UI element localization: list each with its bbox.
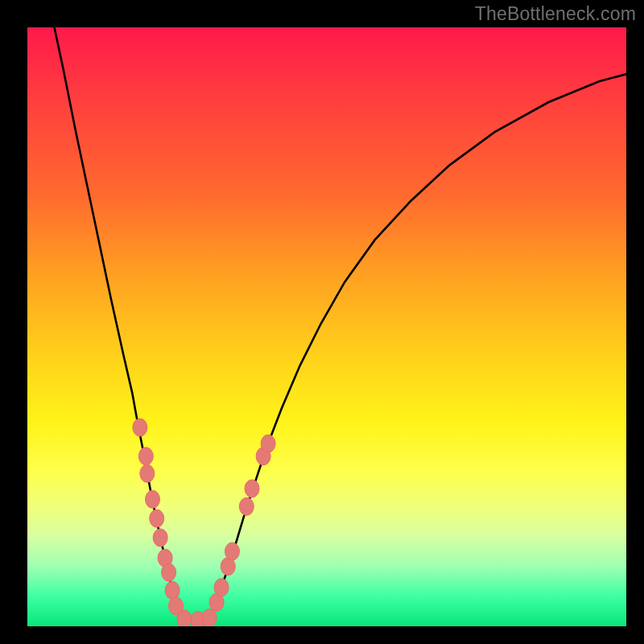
data-point-marker — [153, 529, 167, 547]
data-point-marker — [133, 419, 147, 436]
right-curve — [207, 74, 626, 621]
data-point-marker — [162, 564, 176, 581]
data-point-marker — [214, 579, 229, 597]
source-attribution: TheBottleneck.com — [475, 3, 636, 25]
data-point-marker — [202, 609, 217, 626]
data-point-marker — [150, 510, 164, 527]
data-point-marker — [165, 581, 180, 599]
curves-layer — [27, 27, 626, 626]
data-point-marker — [146, 490, 160, 508]
left-curve — [54, 27, 188, 621]
chart-stage: TheBottleneck.com — [0, 0, 644, 644]
data-point-marker — [239, 497, 254, 515]
data-point-marker — [225, 543, 239, 560]
data-point-marker — [177, 610, 192, 626]
data-point-marker — [245, 480, 259, 497]
data-point-marker — [140, 464, 155, 482]
data-point-marker — [138, 448, 153, 465]
data-point-markers — [133, 419, 275, 626]
data-point-marker — [261, 435, 275, 452]
